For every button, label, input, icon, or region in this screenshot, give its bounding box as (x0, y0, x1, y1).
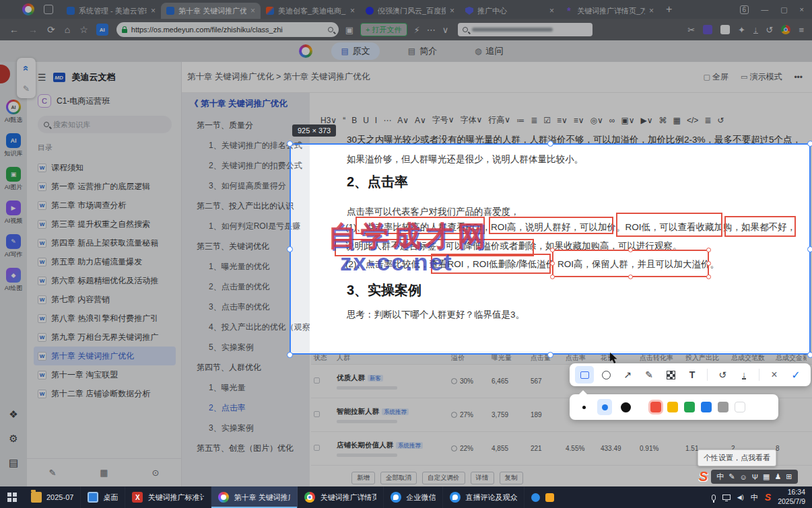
size-large[interactable] (618, 399, 633, 415)
toc-item[interactable]: 1、曝光量 (190, 377, 310, 398)
premium-edit-icon[interactable] (451, 412, 457, 418)
taskbar-item[interactable]: 2025-07 (24, 486, 81, 508)
fullscreen-button[interactable]: ▢全屏 (704, 71, 729, 83)
volume-tray-icon[interactable]: ◀) (737, 494, 744, 501)
taskbar-item[interactable]: 直播评论及观众 (443, 486, 525, 508)
chapter-list-item[interactable]: W 第七章 内容营销 (34, 290, 176, 309)
home-button[interactable]: ⌂ (65, 24, 70, 35)
color-swatch-yellow[interactable] (667, 402, 678, 412)
tab-original-text[interactable]: ▤ 原文 (331, 42, 379, 60)
download-button[interactable]: ↓ (735, 366, 753, 384)
chapter-list-item[interactable]: W 第十二章 店铺诊断数据分析 (34, 384, 176, 403)
sidebar-item-ai-image[interactable]: ▣ AI图片 (5, 167, 23, 192)
table-action-button[interactable]: 复制 (500, 472, 523, 484)
row-checkbox[interactable] (314, 445, 320, 451)
capture-handle-sw[interactable] (287, 352, 293, 358)
ime-skin-icon[interactable]: ♟ (774, 472, 781, 481)
more-options-button[interactable]: ••• (794, 73, 803, 82)
undo-button[interactable]: ↺ (713, 366, 732, 384)
editor-toolbar-icon[interactable]: I (375, 116, 377, 125)
forward-button[interactable]: → (28, 24, 38, 35)
bookmark-icon[interactable]: ☆ (79, 24, 88, 35)
editor-toolbar-icon[interactable]: ≡∨ (574, 116, 584, 125)
orange-app-icon[interactable] (545, 493, 554, 502)
window-minimize-button[interactable]: — (761, 5, 768, 13)
downloads-icon[interactable]: ↓ (753, 26, 758, 34)
capture-handle-ne[interactable] (807, 141, 812, 147)
color-swatch-blue[interactable] (701, 402, 712, 412)
ime-emoji-icon[interactable]: ☺ (740, 473, 747, 481)
table-action-button[interactable]: 详情 (471, 472, 494, 484)
clock[interactable]: 16:34 2025/7/9 (778, 488, 805, 506)
chevron-down-icon[interactable]: ∨ (442, 25, 449, 35)
annotation-rect[interactable] (616, 213, 722, 237)
ai-extension-icon[interactable]: AI (96, 24, 108, 36)
editor-toolbar-icon[interactable]: H3∨ (320, 116, 337, 125)
screenshot-scissors-icon[interactable]: ✂ (687, 25, 695, 35)
collapse-up-icon[interactable]: « (21, 66, 32, 71)
browser-tab-4[interactable]: 倪强澳门风云_百度搜索 × (360, 3, 460, 19)
hamburger-icon[interactable]: ☰ (38, 72, 46, 83)
row-checkbox[interactable] (314, 411, 320, 417)
mosaic-tool[interactable] (661, 366, 680, 384)
reload-button[interactable]: ⟳ (47, 24, 55, 35)
sidebar-item-ai-video[interactable]: ▶ AI视频 (5, 201, 23, 225)
chapter-list-item[interactable]: W 第十一章 淘宝联盟 (34, 365, 176, 384)
editor-toolbar-icon[interactable]: A∨ (397, 116, 409, 125)
puzzle-icon[interactable]: ❖ (9, 408, 18, 421)
annotation-rect[interactable] (552, 250, 709, 277)
size-small[interactable] (576, 399, 591, 415)
chapter-list-item[interactable]: W 课程须知 (34, 158, 176, 177)
row-checkbox[interactable] (314, 377, 320, 384)
back-button[interactable]: ← (9, 24, 19, 35)
sogou-logo[interactable]: S (699, 469, 708, 484)
editor-toolbar-icon[interactable]: ▣∨ (621, 116, 634, 125)
editor-toolbar-icon[interactable]: ≡∨ (557, 116, 568, 125)
chapter-list-item[interactable]: W 第九章 万相台无界关键词推广 (34, 328, 176, 347)
breadcrumb[interactable]: 第十章 关键词推广优化 > 第十章 关键词推广优化 (187, 71, 370, 83)
editor-toolbar-icon[interactable]: ▦ (673, 116, 681, 125)
open-file-button[interactable]: + 打开文件 (360, 23, 407, 36)
browser-tab-1[interactable]: 系统管理 - 美迪云管理 × (61, 3, 161, 19)
tab-count-badge[interactable]: 6 (740, 5, 749, 14)
ime-mic-icon[interactable]: Ψ (752, 473, 758, 481)
size-medium[interactable] (597, 399, 612, 415)
edit-icon[interactable]: ✎ (48, 468, 56, 478)
cancel-button[interactable]: × (765, 366, 784, 384)
chapter-list-item[interactable]: W 第二章 市场调查分析 (34, 196, 176, 215)
profile-chrome-icon[interactable] (781, 25, 790, 34)
taskbar-item[interactable]: 桌面 (81, 486, 125, 508)
color-swatch-red[interactable] (650, 402, 661, 412)
tab-search-icon[interactable] (44, 5, 53, 14)
search-input[interactable]: 搜索知识库 (38, 116, 172, 133)
history-undo-icon[interactable]: ↺ (766, 25, 774, 35)
sidebar-item-ai-drawing[interactable]: ◆ AI绘图 (5, 268, 23, 293)
editor-toolbar-icon[interactable]: “ (343, 116, 345, 125)
browser-tab-2-active[interactable]: 第十章 关键词推广优化 × (161, 3, 261, 19)
menu-icon[interactable]: ≡ (799, 25, 804, 35)
chapter-list-item[interactable]: W 第十章 关键词推广优化 (34, 347, 176, 365)
new-tab-button[interactable]: + (666, 3, 672, 15)
class-selector[interactable]: C C1-电商运营班 (38, 94, 172, 108)
editor-toolbar-icon[interactable]: </> (687, 116, 698, 125)
chapter-list-item[interactable]: W 第八章 热浪引擎和付费推广引 (34, 309, 176, 328)
toc-item[interactable]: 1、如何判定ROI是亏是赚 (190, 216, 310, 236)
capture-handle-n[interactable] (547, 141, 553, 147)
capture-handle-e[interactable] (807, 246, 812, 252)
ime-pen-icon[interactable]: ✎ (729, 472, 735, 481)
toc-item[interactable]: 1、曝光量的优化 (190, 256, 310, 277)
chapter-list-item[interactable]: W 第六章 标题精细优化及活动推 (34, 271, 176, 290)
toc-item[interactable]: 第五节、创意（图片）优化 (190, 438, 310, 458)
editor-toolbar-icon[interactable]: ∞ (609, 116, 615, 125)
window-close-button[interactable]: × (800, 5, 804, 13)
tab-close-icon[interactable]: × (250, 6, 255, 15)
tab-ask-followup[interactable]: ◍ 追问 (465, 42, 512, 60)
editor-toolbar-icon[interactable]: A∨ (415, 116, 426, 125)
power-icon[interactable]: ⊙ (152, 468, 160, 478)
editor-toolbar-icon[interactable]: 字号∨ (432, 114, 454, 126)
toc-item[interactable]: 2、关键词推广的扣费公式 (190, 155, 310, 176)
color-swatch-green[interactable] (684, 402, 695, 412)
text-tool[interactable]: T (683, 366, 702, 384)
color-swatch-gray[interactable] (718, 402, 729, 412)
chapter-list-item[interactable]: W 第一章 运营推广的底层逻辑 (34, 177, 176, 196)
